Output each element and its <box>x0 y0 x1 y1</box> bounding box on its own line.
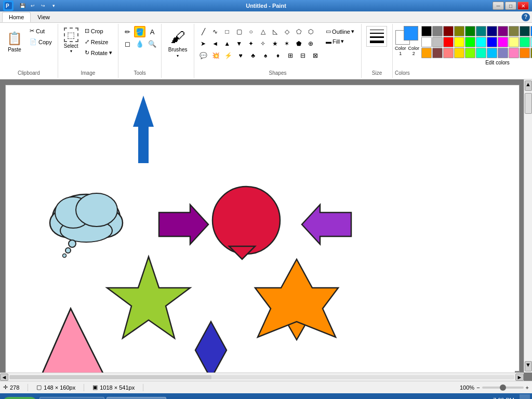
color-picker-button[interactable]: 💧 <box>134 38 145 49</box>
fill-shapes-button[interactable]: ▬ Fill ▾ <box>323 37 357 46</box>
zoom-in-icon[interactable]: + <box>526 384 529 391</box>
undo-quick-btn[interactable]: ↩ <box>28 1 37 10</box>
help-button[interactable]: ? <box>522 13 530 21</box>
color-swatch-35[interactable] <box>498 48 508 58</box>
color-swatch-3[interactable] <box>454 26 464 36</box>
taskbar-paint[interactable]: 🎨 Untitled - Paint <box>107 397 166 399</box>
select-dropdown-icon[interactable]: ▾ <box>70 49 72 54</box>
menu-tab-home[interactable]: Home <box>2 12 31 22</box>
show-desktop-button[interactable] <box>520 394 530 399</box>
shape-misc2[interactable]: ⊞ <box>285 50 296 61</box>
shape-arrow-down[interactable]: ▼ <box>233 38 245 49</box>
color-swatch-31[interactable] <box>454 48 464 58</box>
color-swatch-34[interactable] <box>487 48 497 58</box>
color-swatch-14[interactable] <box>421 37 432 47</box>
shape-spade[interactable]: ♠ <box>260 50 271 61</box>
shape-diamond[interactable]: ◇ <box>281 26 292 37</box>
zoom-out-icon[interactable]: − <box>476 384 480 391</box>
menu-tab-view[interactable]: View <box>31 12 57 22</box>
resize-button[interactable]: ⤢ Resize <box>82 37 115 47</box>
color-swatch-16[interactable] <box>443 37 454 47</box>
color-swatch-33[interactable] <box>476 48 486 58</box>
color-swatch-4[interactable] <box>465 26 475 36</box>
color-swatch-29[interactable] <box>432 48 443 58</box>
shape-heart[interactable]: ♥ <box>235 50 246 61</box>
shape-4arrow[interactable]: ✦ <box>245 38 257 49</box>
shape-hexagon[interactable]: ⬡ <box>305 26 316 37</box>
shape-misc[interactable]: ⊕ <box>305 38 316 49</box>
scroll-right-btn[interactable]: ► <box>515 374 524 381</box>
color1-preview[interactable] <box>404 26 418 41</box>
close-button[interactable]: ✕ <box>517 2 529 10</box>
shape-right-triangle[interactable]: ◺ <box>269 26 281 37</box>
shape-rounded[interactable]: ⬟ <box>293 38 304 49</box>
copy-button[interactable]: 📄 Copy <box>27 37 55 47</box>
color-swatch-22[interactable] <box>509 37 519 47</box>
scroll-up-btn[interactable]: ▲ <box>525 81 532 91</box>
text-button[interactable]: A <box>147 26 158 37</box>
shape-pentagon[interactable]: ⬠ <box>293 26 304 37</box>
taskbar-ie[interactable]: 🌐 Internet Explorer <box>39 397 104 399</box>
brushes-dropdown-icon[interactable]: ▾ <box>177 54 179 58</box>
shape-explosion[interactable]: 💥 <box>210 50 221 61</box>
crop-button[interactable]: ⊡ Crop <box>82 26 115 36</box>
color-swatch-1[interactable] <box>432 26 443 36</box>
shape-ellipse[interactable]: ○ <box>245 26 257 37</box>
shape-arrow-left[interactable]: ◄ <box>209 38 221 49</box>
rotate-button[interactable]: ↻ Rotate ▾ <box>82 48 115 58</box>
fill-button[interactable]: 🪣 <box>134 26 145 37</box>
color-swatch-21[interactable] <box>498 37 508 47</box>
minimize-button[interactable]: ─ <box>493 2 504 10</box>
color-swatch-5[interactable] <box>476 26 486 36</box>
scroll-down-btn[interactable]: ▼ <box>525 361 532 371</box>
shape-misc3[interactable]: ⊟ <box>297 50 309 61</box>
shape-triangle[interactable]: △ <box>257 26 269 37</box>
color-swatch-2[interactable] <box>443 26 454 36</box>
shape-star4[interactable]: ✧ <box>257 38 269 49</box>
canvas[interactable] <box>5 85 520 376</box>
shape-lightning[interactable]: ⚡ <box>222 50 234 61</box>
outline-button[interactable]: ▭ Outline ▾ <box>323 27 357 36</box>
color-swatch-15[interactable] <box>432 37 443 47</box>
shape-line[interactable]: ╱ <box>197 26 209 37</box>
color-swatch-37[interactable] <box>520 48 530 58</box>
edit-colors-button[interactable]: Edit colors <box>421 58 532 67</box>
shape-balloon[interactable]: 💬 <box>197 50 209 61</box>
shape-star5[interactable]: ★ <box>269 38 281 49</box>
color-swatch-28[interactable] <box>421 48 432 58</box>
color-swatch-9[interactable] <box>520 26 530 36</box>
color-swatch-0[interactable] <box>421 26 432 36</box>
redo-quick-btn[interactable]: ↪ <box>38 1 48 10</box>
cut-button[interactable]: ✂ Cut <box>27 26 55 36</box>
brushes-button[interactable]: 🖌 Brushes ▾ <box>165 26 191 61</box>
horizontal-scrollbar[interactable]: ◄ ► <box>0 373 524 381</box>
color-swatch-7[interactable] <box>498 26 508 36</box>
color-swatch-32[interactable] <box>465 48 475 58</box>
color-swatch-23[interactable] <box>520 37 530 47</box>
start-button[interactable]: ⊞ Start <box>2 397 37 400</box>
shape-roundrect[interactable]: ▢ <box>233 26 245 37</box>
dropdown-quick-btn[interactable]: ▾ <box>49 1 58 10</box>
clock[interactable]: 7:09 PM 1/26/2021 <box>491 396 516 399</box>
canvas-svg[interactable] <box>6 85 519 375</box>
shape-arrow-up[interactable]: ▲ <box>221 38 233 49</box>
paste-button[interactable]: 📋 Paste <box>3 26 26 57</box>
eraser-button[interactable]: ◻ <box>122 38 133 49</box>
shape-misc4[interactable]: ⊠ <box>310 50 321 61</box>
vertical-scrollbar[interactable]: ▲ ▼ <box>524 79 532 373</box>
save-quick-btn[interactable]: 💾 <box>18 1 27 10</box>
maximize-button[interactable]: □ <box>505 2 516 10</box>
color-swatch-30[interactable] <box>443 48 454 58</box>
color-swatch-20[interactable] <box>487 37 497 47</box>
color-swatch-8[interactable] <box>509 26 519 36</box>
select-button[interactable]: ⬚ Select ▾ <box>61 26 81 55</box>
shape-club[interactable]: ♣ <box>247 50 259 61</box>
zoom-tool-button[interactable]: 🔍 <box>147 38 158 49</box>
zoom-slider[interactable] <box>482 387 524 389</box>
color-swatch-19[interactable] <box>476 37 486 47</box>
shape-arrow-right[interactable]: ➤ <box>197 38 209 49</box>
color-swatch-36[interactable] <box>509 48 519 58</box>
color-swatch-18[interactable] <box>465 37 475 47</box>
zoom-thumb[interactable] <box>500 384 506 391</box>
shape-diamond2[interactable]: ♦ <box>272 50 284 61</box>
